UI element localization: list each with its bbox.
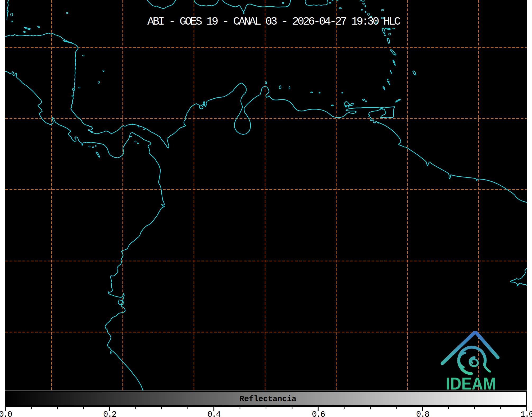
svg-text:IDEAM: IDEAM: [446, 374, 496, 393]
